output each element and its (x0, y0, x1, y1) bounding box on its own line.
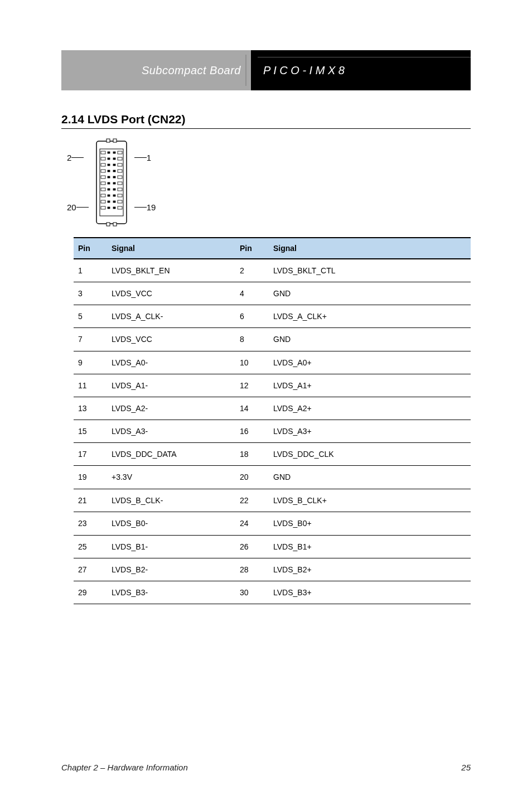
signal-cell: LVDS_A1- (107, 374, 235, 397)
signal-cell: LVDS_BKLT_CTL (269, 259, 471, 282)
signal-cell: LVDS_A_CLK+ (269, 305, 471, 328)
table-row: 23LVDS_B0-24LVDS_B0+ (74, 512, 471, 536)
signal-cell: LVDS_B0+ (269, 512, 471, 536)
connector-icon (92, 138, 131, 227)
pin-leader-line (71, 157, 84, 158)
svg-rect-22 (101, 176, 105, 179)
signal-cell: LVDS_A0+ (269, 351, 471, 374)
svg-rect-6 (101, 151, 105, 154)
svg-rect-30 (101, 188, 105, 191)
svg-rect-5 (113, 223, 117, 226)
svg-rect-37 (118, 194, 122, 197)
col-header-pin: Pin (74, 238, 107, 259)
pin-label-2: 2 (67, 153, 71, 162)
table-row: 11LVDS_A1-12LVDS_A1+ (74, 374, 471, 397)
svg-rect-25 (118, 176, 122, 179)
header-left: Subcompact Board (61, 50, 251, 90)
table-row: 1LVDS_BKLT_EN2LVDS_BKLT_CTL (74, 259, 471, 282)
table-row: 15LVDS_A3-16LVDS_A3+ (74, 420, 471, 443)
col-header-signal: Signal (107, 238, 235, 259)
col-header-pin2: Pin (235, 238, 269, 259)
svg-rect-17 (118, 163, 122, 166)
pin-cell: 1 (74, 259, 107, 282)
pin-cell: 16 (235, 420, 269, 443)
pin-cell: 2 (235, 259, 269, 282)
pin-cell: 15 (74, 420, 107, 443)
svg-rect-4 (107, 223, 110, 226)
signal-cell: GND (269, 328, 471, 351)
pinout-table-wrap: Pin Signal Pin Signal 1LVDS_BKLT_EN2LVDS… (74, 237, 471, 604)
table-row: 25LVDS_B1-26LVDS_B1+ (74, 536, 471, 558)
signal-cell: LVDS_B3- (107, 581, 235, 604)
signal-cell: LVDS_A3- (107, 420, 235, 443)
table-row: 27LVDS_B2-28LVDS_B2+ (74, 558, 471, 581)
pin-cell: 8 (235, 328, 269, 351)
page: Subcompact Board P I C O - I M X 8 2.14 … (0, 0, 532, 800)
section-title: 2.14 LVDS Port (CN22) (61, 113, 471, 126)
svg-rect-7 (108, 152, 110, 153)
product-category: Subcompact Board (142, 64, 241, 77)
signal-cell: LVDS_A_CLK- (107, 305, 235, 328)
signal-cell: LVDS_A3+ (269, 420, 471, 443)
svg-rect-32 (113, 189, 115, 190)
svg-rect-42 (101, 206, 105, 209)
svg-rect-19 (108, 170, 110, 172)
pin-cell: 26 (235, 536, 269, 558)
pin-leader-line (134, 157, 147, 158)
svg-rect-27 (108, 182, 110, 184)
svg-rect-13 (118, 157, 122, 160)
table-row: 3LVDS_VCC4GND (74, 282, 471, 305)
pin-cell: 4 (235, 282, 269, 305)
pin-cell: 7 (74, 328, 107, 351)
pin-cell: 9 (74, 351, 107, 374)
svg-rect-36 (113, 195, 115, 196)
footer-chapter: Chapter 2 – Hardware Information (61, 763, 188, 772)
svg-rect-21 (118, 170, 122, 172)
signal-cell: LVDS_B1- (107, 536, 235, 558)
svg-rect-31 (108, 189, 110, 190)
pin-cell: 12 (235, 374, 269, 397)
pin-cell: 11 (74, 374, 107, 397)
product-model: P I C O - I M X 8 (263, 64, 345, 77)
table-row: 13LVDS_A2-14LVDS_A2+ (74, 397, 471, 420)
svg-rect-10 (101, 157, 105, 160)
pin-cell: 14 (235, 397, 269, 420)
svg-rect-38 (101, 200, 105, 203)
pinout-table: Pin Signal Pin Signal 1LVDS_BKLT_EN2LVDS… (74, 237, 471, 604)
pin-cell: 3 (74, 282, 107, 305)
svg-rect-20 (113, 170, 115, 172)
svg-rect-40 (113, 201, 115, 203)
svg-rect-18 (101, 170, 105, 172)
signal-cell: LVDS_B1+ (269, 536, 471, 558)
pin-cell: 24 (235, 512, 269, 536)
signal-cell: LVDS_B2+ (269, 558, 471, 581)
pin-cell: 28 (235, 558, 269, 581)
signal-cell: +3.3V (107, 466, 235, 489)
svg-rect-44 (113, 207, 115, 209)
svg-rect-43 (108, 207, 110, 209)
table-row: 7LVDS_VCC8GND (74, 328, 471, 351)
table-row: 9LVDS_A0-10LVDS_A0+ (74, 351, 471, 374)
header-banner: Subcompact Board P I C O - I M X 8 (61, 50, 471, 90)
svg-rect-12 (113, 158, 115, 160)
svg-rect-39 (108, 201, 110, 203)
table-header-row: Pin Signal Pin Signal (74, 238, 471, 259)
signal-cell: GND (269, 466, 471, 489)
svg-rect-16 (113, 164, 115, 166)
col-header-signal2: Signal (269, 238, 471, 259)
signal-cell: LVDS_VCC (107, 328, 235, 351)
svg-rect-14 (101, 163, 105, 166)
signal-cell: LVDS_B2- (107, 558, 235, 581)
page-footer: Chapter 2 – Hardware Information 25 (61, 763, 471, 772)
svg-rect-33 (118, 188, 122, 191)
svg-rect-2 (107, 139, 110, 142)
pin-cell: 18 (235, 443, 269, 466)
svg-rect-11 (108, 158, 110, 160)
signal-cell: LVDS_B_CLK+ (269, 489, 471, 512)
pin-cell: 23 (74, 512, 107, 536)
signal-cell: LVDS_A2+ (269, 397, 471, 420)
svg-rect-3 (113, 139, 117, 142)
pin-label-20: 20 (67, 203, 76, 211)
pin-cell: 19 (74, 466, 107, 489)
svg-rect-34 (101, 194, 105, 197)
